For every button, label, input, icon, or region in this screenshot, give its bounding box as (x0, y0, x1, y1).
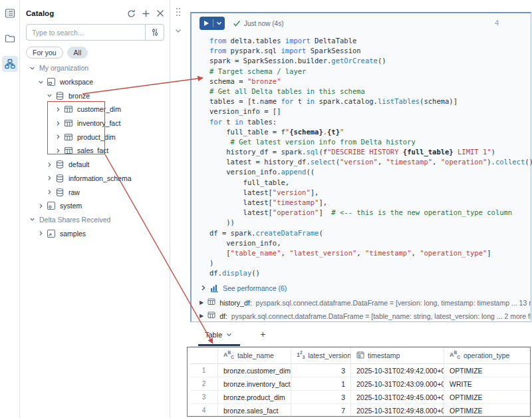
tree-chevron-icon[interactable] (55, 134, 62, 140)
folder-icon[interactable] (2, 31, 18, 47)
play-icon (204, 21, 209, 26)
column-header-timestamp[interactable]: timestamp (351, 347, 444, 363)
code-line[interactable]: full_table = f"{schema}.{t}" (209, 127, 531, 137)
expand-triangle-icon[interactable]: ▶ (200, 313, 203, 319)
code-line[interactable]: latest["timestamp"], (209, 198, 531, 208)
code-line[interactable]: ) (209, 258, 531, 268)
code-line[interactable]: # Target schema / layer (209, 67, 531, 77)
code-line[interactable]: df.display() (209, 268, 531, 278)
cell-table_name: bronze.product_dim (218, 391, 291, 403)
column-header-table_name[interactable]: ABCtable_name (218, 347, 291, 363)
filter-icon[interactable] (145, 25, 164, 40)
see-performance-toggle[interactable]: See performance (6) (201, 284, 531, 292)
table-row[interactable]: 3bronze.product_dim32025-10-31T02:49:45.… (190, 391, 531, 404)
tree-item-samples[interactable]: samples (21, 226, 168, 240)
table-icon (64, 104, 74, 114)
tree-chevron-icon[interactable] (55, 148, 62, 154)
column-header-operation_type[interactable]: ABCoperation_type (444, 347, 531, 363)
tree-item-my-organization[interactable]: My organization (21, 61, 168, 75)
tree-chevron-icon[interactable] (29, 216, 36, 222)
tab-table-label: Table (205, 331, 222, 339)
filter-chip-all[interactable]: All (67, 47, 88, 59)
tree-chevron-icon[interactable] (55, 106, 62, 112)
code-line[interactable]: latest["operation"] # <-- this is the ne… (209, 208, 531, 218)
tree-chevron-icon[interactable] (29, 65, 36, 71)
cell-outputs: ▶history_df:pyspark.sql.connect.datafram… (200, 296, 531, 323)
code-line[interactable]: ["table_name", "latest_version", "timest… (209, 248, 531, 258)
code-line[interactable]: )) (209, 218, 531, 228)
add-visualization-button[interactable]: + (255, 329, 271, 346)
output-dataframe-row[interactable]: ▶history_df:pyspark.sql.connect.datafram… (200, 296, 531, 310)
code-line[interactable]: version_info.append(( (209, 167, 531, 177)
cell-drag-handle-icon[interactable] (175, 7, 182, 19)
tree-item-label: sales_fact (77, 146, 108, 154)
tree-item-default[interactable]: default (21, 158, 168, 172)
filter-chip-for-you[interactable]: For you (26, 47, 63, 59)
code-line[interactable]: schema = "bronze" (209, 77, 531, 87)
close-icon[interactable] (156, 9, 164, 17)
row-number: 3 (190, 391, 218, 403)
code-line[interactable]: latest["version"], (209, 188, 531, 198)
code-line[interactable]: full_table, (209, 178, 531, 188)
results-table: ABCtable_name123latest_versiontimestampA… (190, 347, 531, 417)
run-cell-button[interactable] (200, 17, 225, 30)
table-of-contents-icon[interactable] (2, 5, 18, 21)
table-row[interactable]: 1bronze.customer_dim32025-10-31T02:49:42… (190, 364, 531, 377)
tree-item-inventory_fact[interactable]: inventory_fact (21, 116, 168, 130)
see-performance-label: See performance (6) (223, 284, 287, 292)
tree-item-delta-shares-received[interactable]: Delta Shares Received (21, 213, 168, 227)
tree-chevron-icon[interactable] (46, 93, 53, 99)
tree-item-bronze[interactable]: bronze (21, 89, 168, 103)
code-editor[interactable]: from delta.tables import DeltaTablefrom … (209, 36, 531, 279)
tree-item-label: My organization (39, 64, 88, 72)
output-dataframe-row[interactable]: ▶df:pyspark.sql.connect.dataframe.DataFr… (200, 310, 531, 323)
code-line[interactable]: # Get latest version info from Delta his… (209, 137, 531, 147)
row-number: 4 (190, 404, 218, 417)
code-line[interactable]: from pyspark.sql import SparkSession (209, 46, 531, 56)
code-line[interactable]: for t in tables: (209, 117, 531, 127)
tree-item-sales_fact[interactable]: sales_fact (21, 144, 168, 158)
tree-item-workspace[interactable]: workspace (21, 75, 168, 89)
add-icon[interactable] (142, 9, 150, 18)
tree-item-product_dim[interactable]: product_dim (21, 130, 168, 144)
tree-item-label: default (68, 160, 90, 168)
code-line[interactable]: tables = [t.name for t in spark.catalog.… (209, 97, 531, 106)
expand-triangle-icon[interactable]: ▶ (200, 300, 203, 306)
column-header-latest_version[interactable]: 123latest_version (291, 347, 351, 363)
tree-chevron-icon[interactable] (37, 203, 45, 209)
table-row[interactable]: 4bronze.sales_fact72025-10-31T02:49:48.0… (190, 404, 531, 417)
code-line[interactable]: version_info, (209, 238, 531, 248)
tab-table[interactable]: Table (198, 331, 240, 346)
catalog-panel: Catalog Type to search... (21, 0, 170, 418)
tree-chevron-icon[interactable] (46, 189, 53, 195)
code-line[interactable]: # Get all Delta tables in this schema (209, 87, 531, 97)
cell-latest_version: 1 (291, 377, 351, 390)
code-line[interactable]: history_df = spark.sql(f"DESCRIBE HISTOR… (209, 147, 531, 157)
code-line[interactable]: latest = history_df.select("version", "t… (209, 157, 531, 167)
refresh-icon[interactable] (127, 9, 136, 18)
search-input[interactable]: Type to search... (26, 24, 164, 41)
tree-item-label: workspace (60, 78, 93, 86)
code-line[interactable]: from delta.tables import DeltaTable (209, 36, 531, 46)
tree-chevron-icon[interactable] (46, 162, 53, 168)
run-options-chevron-icon[interactable] (216, 21, 222, 25)
code-line[interactable]: spark = SparkSession.builder.getOrCreate… (209, 56, 531, 66)
code-line[interactable]: version_info = [] (209, 106, 531, 116)
tree-item-customer_dim[interactable]: customer_dim (21, 103, 168, 116)
catalog-sidebar-icon[interactable] (2, 56, 18, 72)
tree-item-raw[interactable]: raw (21, 185, 168, 199)
cell-operation_type: OPTIMIZE (444, 364, 531, 377)
cell-number: 4 (495, 19, 499, 27)
cell-collapse-chevron-icon[interactable] (175, 24, 182, 36)
code-line[interactable]: df = spark.createDataFrame( (209, 228, 531, 238)
tree-item-system[interactable]: system (21, 199, 168, 213)
cell-table_name: bronze.inventory_fact (218, 377, 291, 390)
tree-chevron-icon[interactable] (55, 120, 62, 126)
tree-chevron-icon[interactable] (37, 230, 45, 236)
cell-latest_version: 3 (291, 364, 351, 377)
tree-item-label: bronze (68, 92, 90, 100)
tree-chevron-icon[interactable] (37, 79, 45, 85)
table-row[interactable]: 2bronze.inventory_fact12025-10-31T02:43:… (190, 377, 531, 391)
tree-chevron-icon[interactable] (46, 175, 53, 181)
tree-item-information_schema[interactable]: information_schema (21, 172, 168, 186)
